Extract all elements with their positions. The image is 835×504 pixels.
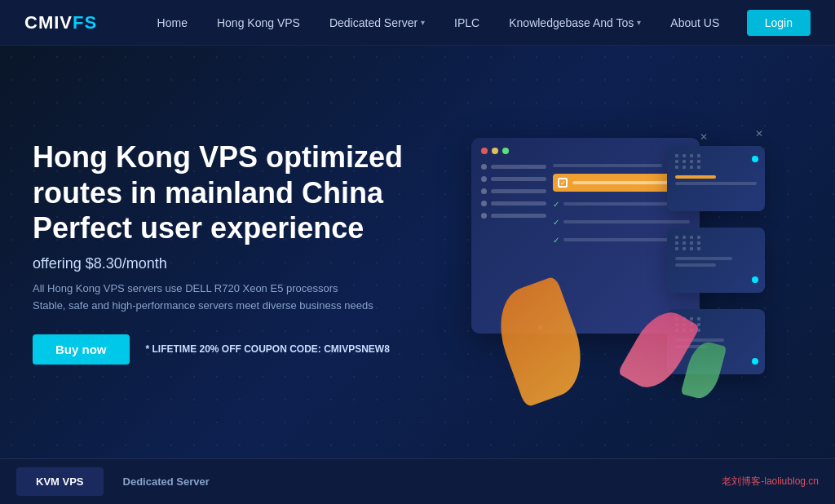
sidebar-dot (481, 213, 487, 219)
side-card-1 (667, 146, 765, 211)
sidebar-line (491, 189, 546, 193)
illustration-wrapper: ✓ ✓ ✓ ✓ (455, 122, 765, 382)
checkmark-icon: ✓ (553, 218, 559, 227)
nav-home[interactable]: Home (143, 16, 202, 29)
check-row: ✓ (553, 216, 690, 228)
tab-buttons-group: KVM VPS Dedicated Server (16, 467, 229, 496)
buy-now-button[interactable]: Buy now (33, 334, 130, 365)
coupon-info: * LIFETIME 20% OFF COUPON CODE: CMIVPSNE… (146, 343, 390, 355)
footer-brand: 老刘博客-laoliublog.cn (722, 475, 819, 489)
card-sidebar (481, 164, 546, 245)
side-line (675, 263, 716, 267)
sidebar-row (481, 188, 546, 194)
checkbox-icon: ✓ (558, 178, 568, 188)
sidebar-line (491, 201, 546, 206)
sidebar-dot (481, 164, 487, 170)
hero-price: offering $8.30/month (33, 255, 418, 272)
logo-text-accent: FS (73, 12, 97, 33)
tab-dedicated-server[interactable]: Dedicated Server (104, 467, 229, 496)
sidebar-row (481, 164, 546, 170)
nav-about[interactable]: About US (656, 16, 734, 29)
navbar: CMIVFS Home Hong Kong VPS Dedicated Serv… (0, 0, 835, 46)
side-line (675, 182, 757, 185)
sidebar-line (491, 214, 546, 218)
sidebar-line (491, 165, 546, 169)
dot-green (502, 148, 509, 154)
window-dots (481, 148, 690, 154)
hero-actions: Buy now * LIFETIME 20% OFF COUPON CODE: … (33, 334, 418, 365)
side-line (675, 257, 732, 260)
tab-kvm-vps[interactable]: KVM VPS (16, 467, 104, 496)
dot-yellow (492, 148, 498, 154)
accent-dot (752, 358, 758, 365)
checkmark-icon: ✓ (553, 200, 559, 209)
login-button[interactable]: Login (747, 10, 811, 36)
sidebar-row (481, 176, 546, 182)
check-line (563, 220, 690, 223)
sidebar-line (491, 177, 546, 181)
sidebar-row (481, 201, 546, 206)
sidebar-dot (481, 176, 487, 182)
accent-line (675, 175, 716, 179)
hero-description: All Hong Kong VPS servers use DELL R720 … (33, 281, 418, 315)
close-icon: ✕ (700, 131, 708, 143)
checkmark-icon: ✓ (553, 236, 559, 245)
hero-content: Hong Kong VPS optimized routes in mainla… (33, 139, 418, 364)
sidebar-row (481, 213, 546, 219)
hero-illustration: ✓ ✓ ✓ ✓ (418, 46, 802, 458)
nav-links: Home Hong Kong VPS Dedicated Server ▾ IP… (130, 16, 747, 29)
footer-tabs: KVM VPS Dedicated Server 老刘博客-laoliublog… (0, 458, 835, 504)
logo: CMIVFS (24, 12, 97, 33)
hero-section: Hong Kong VPS optimized routes in mainla… (0, 46, 835, 458)
dot-grid (675, 154, 757, 169)
nav-hongkong-vps[interactable]: Hong Kong VPS (202, 16, 315, 29)
nav-iplc[interactable]: IPLC (440, 16, 494, 29)
nav-knowledgebase[interactable]: Knowledgebase And Tos ▾ (494, 16, 656, 29)
dot-red (481, 148, 488, 154)
dot-grid (675, 236, 757, 250)
close-icon: ✕ (755, 128, 763, 139)
accent-dot (752, 276, 758, 283)
logo-text-main: CMIV (24, 12, 73, 33)
chevron-down-icon: ▾ (637, 18, 641, 27)
content-line (553, 164, 662, 167)
sidebar-dot (481, 201, 487, 206)
side-card-2 (667, 228, 765, 293)
hero-title: Hong Kong VPS optimized routes in mainla… (33, 139, 418, 245)
accent-dot (752, 156, 758, 162)
chevron-down-icon: ▾ (421, 18, 425, 27)
nav-dedicated-server[interactable]: Dedicated Server ▾ (315, 16, 440, 29)
card-content: ✓ ✓ ✓ ✓ (481, 164, 690, 245)
sidebar-dot (481, 188, 487, 194)
